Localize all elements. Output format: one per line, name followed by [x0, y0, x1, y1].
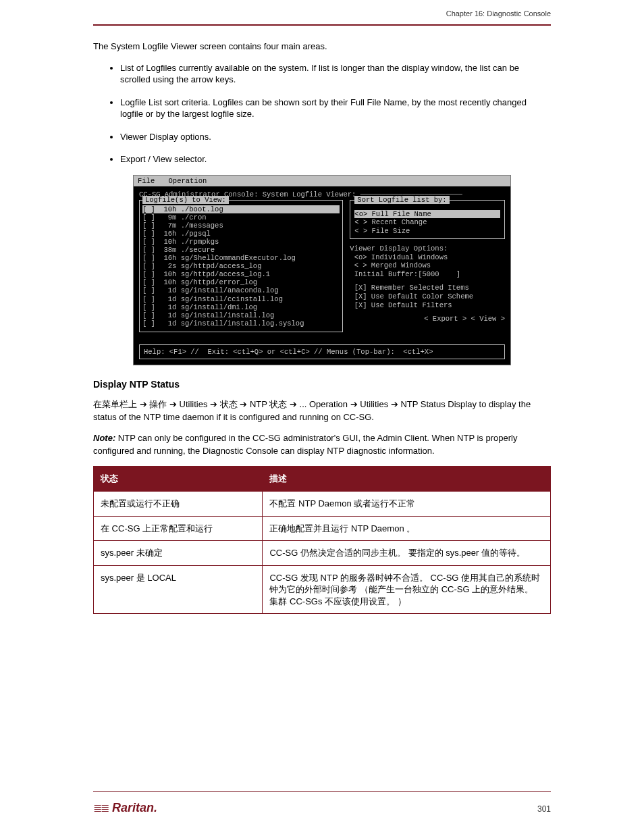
- text: NTP 状态: [250, 399, 290, 409]
- log-row: [ ] 10h sg/httpd/error_log: [142, 278, 340, 286]
- arrow-icon: ➔: [210, 399, 217, 409]
- table-cell: 不配置 NTP Daemon 或者运行不正常: [263, 492, 551, 517]
- log-row: [ ] 38m ./secure: [142, 246, 340, 254]
- section-heading-ntp: Display NTP Status: [93, 379, 551, 390]
- table-header: 状态: [94, 467, 263, 492]
- text: Utilities: [360, 399, 391, 409]
- arrow-icon: ➔: [240, 399, 247, 409]
- terminal-menubar: File Operation: [134, 176, 510, 186]
- menu-operation: Operation: [169, 177, 207, 185]
- ntp-note: Note: NTP can only be configured in the …: [93, 432, 551, 458]
- check-option: [X] Use Default Color Scheme: [350, 292, 505, 301]
- log-row: [ ] 9m ./cron: [142, 213, 340, 221]
- log-row: [ ] 10h ./boot.log: [142, 205, 340, 213]
- sort-option: <o> Full File Name: [354, 210, 500, 219]
- log-row: [ ] 16h ./pgsql: [142, 230, 340, 238]
- table-cell: sys.peer 是 LOCAL: [94, 565, 263, 614]
- sort-option: < > File Size: [354, 227, 500, 236]
- table-cell: 在 CC-SG 上正常配置和运行: [94, 516, 263, 541]
- check-option: [X] Remember Selected Items: [350, 284, 505, 292]
- screenshot: File Operation CC-SG Administrator Conso…: [93, 175, 551, 365]
- log-row: [ ] 2s sg/httpd/access_log: [142, 262, 340, 270]
- log-row: [ ] 1d sg/install/install.log.syslog: [142, 319, 340, 328]
- table-cell: CC-SG 仍然决定合适的同步主机。 要指定的 sys.peer 值的等待。: [263, 541, 551, 566]
- terminal-buttons: < Export > < View >: [350, 315, 505, 323]
- footer-logo: ≣≣ Raritan.: [93, 801, 157, 815]
- logo-bars-icon: ≣≣: [93, 802, 108, 814]
- text: Utilities: [180, 399, 211, 409]
- ntp-status-table: 状态 描述 未配置或运行不正确 不配置 NTP Daemon 或者运行不正常 在…: [93, 466, 551, 614]
- display-option: Initial Buffer:[5000 ]: [350, 270, 505, 279]
- menu-file: File: [138, 177, 155, 185]
- sort-legend: Sort Logfile list by:: [354, 196, 449, 204]
- page-number: 301: [537, 804, 551, 814]
- arrow-icon: ➔: [140, 399, 147, 409]
- sort-option: < > Recent Change: [354, 218, 500, 227]
- log-row: [ ] 16h sg/ShellCommandExecutor.log: [142, 254, 340, 262]
- logfile-list-legend: Logfile(s) to View:: [142, 196, 229, 204]
- table-cell: CC-SG 发现 NTP 的服务器时钟不合适。 CC-SG 使用其自己的系统时钟…: [263, 565, 551, 614]
- bullet-item: Logfile List sort criteria. Logfiles can…: [120, 97, 551, 120]
- text: 在菜单栏上: [93, 399, 137, 409]
- bullet-item: List of Logfiles currently available on …: [120, 62, 551, 86]
- intro-paragraph: The System Logfile Viewer screen contain…: [93, 41, 551, 53]
- text: 操作: [149, 399, 169, 409]
- table-cell: 未配置或运行不正确: [94, 492, 263, 517]
- arrow-icon: ➔: [391, 399, 398, 409]
- bullet-item: Export / View selector.: [120, 153, 551, 165]
- log-row: [ ] 1d sg/install/anaconda.log: [142, 286, 340, 294]
- terminal-help-bar: Help: <F1> // Exit: <ctl+Q> or <ctl+C> /…: [139, 344, 505, 359]
- sort-box: Sort Logfile list by: <o> Full File Name…: [350, 200, 505, 239]
- arrow-icon: ➔: [169, 399, 177, 409]
- ntp-path-paragraph: 在菜单栏上 ➔ 操作 ➔ Utilities ➔ 状态 ➔ NTP 状态 ➔ .…: [93, 398, 551, 424]
- table-cell: 正确地配置并且运行 NTP Daemon 。: [263, 516, 551, 541]
- display-option: <o> Individual Windows: [350, 253, 505, 262]
- log-row: [ ] 1d sg/install/dmi.log: [142, 303, 340, 311]
- footer-rule: [93, 791, 551, 792]
- log-row: [ ] 10h ./rpmpkgs: [142, 238, 340, 246]
- text: 状态: [220, 399, 240, 409]
- logfile-list-box: Logfile(s) to View: [ ] 10h ./boot.log […: [139, 200, 343, 332]
- check-option: [X] Use Default Filters: [350, 301, 505, 310]
- log-row: [ ] 1d sg/install/install.log: [142, 311, 340, 319]
- arrow-icon: ➔: [290, 399, 297, 409]
- bullet-list: List of Logfiles currently available on …: [120, 62, 551, 165]
- arrow-icon: ➔: [350, 399, 358, 409]
- log-row: [ ] 10h sg/httpd/access_log.1: [142, 270, 340, 278]
- text: ... Operation: [300, 399, 350, 409]
- header-rule: [93, 24, 551, 26]
- display-option: < > Merged Windows: [350, 261, 505, 270]
- logo-text: Raritan.: [112, 801, 157, 815]
- note-text: NTP can only be configured in the CC-SG …: [93, 433, 517, 456]
- display-options-title: Viewer Display Options:: [350, 244, 505, 253]
- note-label: Note:: [93, 433, 115, 443]
- bullet-item: Viewer Display options.: [120, 131, 551, 143]
- log-row: [ ] 7m ./messages: [142, 221, 340, 230]
- table-cell: sys.peer 未确定: [94, 541, 263, 566]
- chapter-header: Chapter 16: Diagnostic Console: [446, 9, 551, 18]
- log-row: [ ] 1d sg/install/ccinstall.log: [142, 295, 340, 303]
- terminal-window: File Operation CC-SG Administrator Conso…: [133, 175, 511, 365]
- table-header: 描述: [263, 467, 551, 492]
